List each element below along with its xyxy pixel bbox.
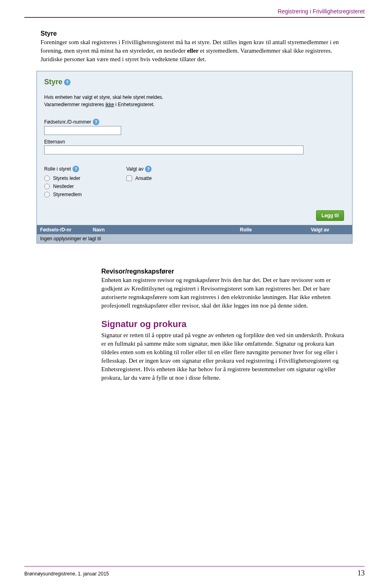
label-rolle: Rolle i styret ? — [44, 166, 79, 172]
form-intro: Hvis enheten har valgt et styre, skal he… — [44, 94, 345, 108]
etternavn-input[interactable] — [44, 145, 304, 154]
heading-signatur: Signatur og prokura — [101, 319, 348, 329]
th-rolle: Rolle — [237, 225, 308, 234]
table-empty-row: Ingen opplysninger er lagt til — [37, 234, 352, 243]
th-fodsels: Fødsels-/D-nr — [37, 225, 90, 234]
heading-revisor: Revisor/regnskapsfører — [101, 268, 348, 275]
label-valgt-av: Valgt av ? — [126, 166, 152, 172]
radio-styremedlem[interactable]: Styremedlem — [44, 192, 82, 197]
th-navn: Navn — [90, 225, 237, 234]
table-header: Fødsels-/D-nr Navn Rolle Valgt av — [37, 225, 352, 234]
label-etternavn: Etternavn — [44, 139, 65, 145]
indented-sections: Revisor/regnskapsfører Enheten kan regis… — [41, 268, 348, 382]
button-row: Legg til — [37, 200, 352, 225]
help-icon[interactable]: ? — [145, 166, 152, 172]
section-revisor: Revisor/regnskapsfører Enheten kan regis… — [101, 268, 348, 310]
radio-nestleder[interactable]: Nestleder — [44, 184, 82, 189]
th-valgt-av: Valgt av — [308, 225, 352, 234]
page-footer: Brønnøysundregistrene, 1. januar 2015 13 — [24, 566, 365, 577]
add-button[interactable]: Legg til — [316, 210, 344, 221]
valgt-av-group: Valgt av ? Ansatte — [126, 166, 152, 200]
page-number: 13 — [357, 569, 365, 577]
body-styre: Foreninger som skal registreres i Frivil… — [41, 38, 348, 64]
form-title: Styre ? — [44, 78, 71, 86]
rolle-group: Rolle i styret ? Styrets leder Nestleder… — [44, 166, 82, 200]
running-title: Registrering i Frivillighetsregisteret — [278, 8, 365, 15]
section-styre: Styre Foreninger som skal registreres i … — [41, 30, 348, 64]
page-content: Styre Foreninger som skal registreres i … — [0, 18, 389, 398]
radio-icon — [44, 175, 50, 181]
styre-form: Styre ? Hvis enheten har valgt et styre,… — [36, 71, 353, 244]
body-signatur: Signatur er retten til å opptre utad på … — [101, 331, 348, 382]
running-header: Registrering i Frivillighetsregisteret — [0, 0, 389, 17]
radio-icon — [44, 192, 50, 197]
help-icon[interactable]: ? — [73, 166, 79, 172]
checkbox-icon — [126, 175, 132, 181]
help-icon[interactable]: ? — [64, 79, 71, 86]
section-signatur: Signatur og prokura Signatur er retten t… — [101, 319, 348, 382]
checkbox-ansatte[interactable]: Ansatte — [126, 175, 152, 181]
radio-styrets-leder[interactable]: Styrets leder — [44, 175, 82, 181]
help-icon[interactable]: ? — [93, 119, 99, 125]
body-revisor: Enheten kan registrere revisor og regnsk… — [101, 276, 348, 310]
label-fodselsnr: Fødselsnr./D-nummer ? — [44, 119, 99, 125]
radio-icon — [44, 184, 50, 189]
fodselsnr-input[interactable] — [44, 126, 121, 135]
footer-rule — [24, 566, 365, 567]
footer-left: Brønnøysundregistrene, 1. januar 2015 — [24, 571, 109, 577]
heading-styre: Styre — [41, 30, 348, 37]
